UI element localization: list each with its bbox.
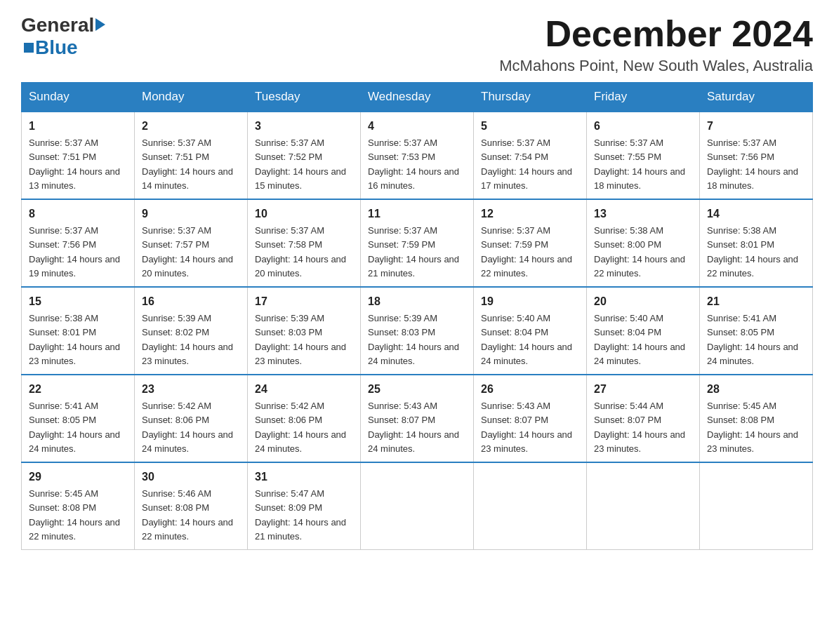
day-number: 17: [255, 293, 353, 310]
calendar-day-cell: 20 Sunrise: 5:40 AMSunset: 8:04 PMDaylig…: [587, 287, 700, 375]
column-header-tuesday: Tuesday: [248, 83, 361, 112]
day-details: Sunrise: 5:37 AMSunset: 7:56 PMDaylight:…: [29, 225, 120, 279]
day-number: 16: [142, 293, 240, 310]
day-details: Sunrise: 5:44 AMSunset: 8:07 PMDaylight:…: [594, 401, 685, 454]
day-number: 6: [594, 118, 692, 135]
day-details: Sunrise: 5:37 AMSunset: 7:51 PMDaylight:…: [29, 137, 120, 191]
day-number: 22: [29, 381, 127, 398]
day-details: Sunrise: 5:45 AMSunset: 8:08 PMDaylight:…: [29, 488, 120, 542]
calendar-day-cell: 17 Sunrise: 5:39 AMSunset: 8:03 PMDaylig…: [248, 287, 361, 375]
day-number: 30: [142, 469, 240, 485]
day-number: 27: [594, 381, 692, 398]
calendar-table: SundayMondayTuesdayWednesdayThursdayFrid…: [21, 82, 813, 550]
calendar-day-cell: 10 Sunrise: 5:37 AMSunset: 7:58 PMDaylig…: [248, 199, 361, 287]
calendar-day-cell: 19 Sunrise: 5:40 AMSunset: 8:04 PMDaylig…: [474, 287, 587, 375]
day-details: Sunrise: 5:37 AMSunset: 7:59 PMDaylight:…: [481, 225, 572, 279]
day-details: Sunrise: 5:37 AMSunset: 7:55 PMDaylight:…: [594, 137, 685, 191]
day-details: Sunrise: 5:37 AMSunset: 7:54 PMDaylight:…: [481, 137, 572, 191]
day-details: Sunrise: 5:41 AMSunset: 8:05 PMDaylight:…: [29, 401, 120, 454]
day-number: 14: [707, 206, 805, 222]
logo-general-text: General: [21, 14, 94, 36]
day-number: 1: [29, 118, 127, 135]
calendar-day-cell: 28 Sunrise: 5:45 AMSunset: 8:08 PMDaylig…: [700, 375, 813, 462]
calendar-day-cell: 1 Sunrise: 5:37 AMSunset: 7:51 PMDayligh…: [22, 112, 135, 199]
calendar-day-cell: 31 Sunrise: 5:47 AMSunset: 8:09 PMDaylig…: [248, 462, 361, 550]
calendar-day-cell: 16 Sunrise: 5:39 AMSunset: 8:02 PMDaylig…: [135, 287, 248, 375]
logo-blue-text: Blue: [35, 36, 78, 59]
day-number: 3: [255, 118, 353, 135]
day-details: Sunrise: 5:46 AMSunset: 8:08 PMDaylight:…: [142, 488, 233, 542]
day-number: 20: [594, 293, 692, 310]
calendar-day-cell: 11 Sunrise: 5:37 AMSunset: 7:59 PMDaylig…: [361, 199, 474, 287]
calendar-week-row: 1 Sunrise: 5:37 AMSunset: 7:51 PMDayligh…: [22, 112, 813, 199]
day-number: 10: [255, 206, 353, 222]
column-header-wednesday: Wednesday: [361, 83, 474, 112]
day-number: 7: [707, 118, 805, 135]
calendar-day-cell: 6 Sunrise: 5:37 AMSunset: 7:55 PMDayligh…: [587, 112, 700, 199]
calendar-week-row: 29 Sunrise: 5:45 AMSunset: 8:08 PMDaylig…: [22, 462, 813, 550]
day-number: 4: [368, 118, 466, 135]
day-number: 21: [707, 293, 805, 310]
day-number: 19: [481, 293, 579, 310]
day-details: Sunrise: 5:40 AMSunset: 8:04 PMDaylight:…: [481, 313, 572, 366]
day-number: 5: [481, 118, 579, 135]
day-number: 13: [594, 206, 692, 222]
calendar-week-row: 8 Sunrise: 5:37 AMSunset: 7:56 PMDayligh…: [22, 199, 813, 287]
day-details: Sunrise: 5:42 AMSunset: 8:06 PMDaylight:…: [255, 401, 346, 454]
logo-blue-square: [24, 43, 34, 53]
day-details: Sunrise: 5:43 AMSunset: 8:07 PMDaylight:…: [368, 401, 459, 454]
calendar-day-cell: 24 Sunrise: 5:42 AMSunset: 8:06 PMDaylig…: [248, 375, 361, 462]
location-title: McMahons Point, New South Wales, Austral…: [499, 57, 813, 75]
day-details: Sunrise: 5:43 AMSunset: 8:07 PMDaylight:…: [481, 401, 572, 454]
day-number: 8: [29, 206, 127, 222]
calendar-day-cell: 8 Sunrise: 5:37 AMSunset: 7:56 PMDayligh…: [22, 199, 135, 287]
calendar-day-cell: 7 Sunrise: 5:37 AMSunset: 7:56 PMDayligh…: [700, 112, 813, 199]
calendar-day-cell: 5 Sunrise: 5:37 AMSunset: 7:54 PMDayligh…: [474, 112, 587, 199]
day-number: 12: [481, 206, 579, 222]
calendar-day-cell: 27 Sunrise: 5:44 AMSunset: 8:07 PMDaylig…: [587, 375, 700, 462]
calendar-day-cell: 26 Sunrise: 5:43 AMSunset: 8:07 PMDaylig…: [474, 375, 587, 462]
calendar-day-cell: 22 Sunrise: 5:41 AMSunset: 8:05 PMDaylig…: [22, 375, 135, 462]
calendar-day-cell: [587, 462, 700, 550]
calendar-day-cell: 13 Sunrise: 5:38 AMSunset: 8:00 PMDaylig…: [587, 199, 700, 287]
day-number: 25: [368, 381, 466, 398]
calendar-day-cell: 25 Sunrise: 5:43 AMSunset: 8:07 PMDaylig…: [361, 375, 474, 462]
calendar-day-cell: 2 Sunrise: 5:37 AMSunset: 7:51 PMDayligh…: [135, 112, 248, 199]
calendar-header-row: SundayMondayTuesdayWednesdayThursdayFrid…: [22, 83, 813, 112]
column-header-thursday: Thursday: [474, 83, 587, 112]
column-header-saturday: Saturday: [700, 83, 813, 112]
day-number: 9: [142, 206, 240, 222]
day-details: Sunrise: 5:37 AMSunset: 7:51 PMDaylight:…: [142, 137, 233, 191]
calendar-day-cell: [700, 462, 813, 550]
calendar-day-cell: 9 Sunrise: 5:37 AMSunset: 7:57 PMDayligh…: [135, 199, 248, 287]
day-number: 23: [142, 381, 240, 398]
day-details: Sunrise: 5:38 AMSunset: 8:01 PMDaylight:…: [29, 313, 120, 366]
day-details: Sunrise: 5:40 AMSunset: 8:04 PMDaylight:…: [594, 313, 685, 366]
calendar-day-cell: 29 Sunrise: 5:45 AMSunset: 8:08 PMDaylig…: [22, 462, 135, 550]
column-header-friday: Friday: [587, 83, 700, 112]
day-number: 15: [29, 293, 127, 310]
day-details: Sunrise: 5:41 AMSunset: 8:05 PMDaylight:…: [707, 313, 798, 366]
day-details: Sunrise: 5:37 AMSunset: 7:52 PMDaylight:…: [255, 137, 346, 191]
calendar-day-cell: 21 Sunrise: 5:41 AMSunset: 8:05 PMDaylig…: [700, 287, 813, 375]
calendar-day-cell: 3 Sunrise: 5:37 AMSunset: 7:52 PMDayligh…: [248, 112, 361, 199]
calendar-day-cell: 12 Sunrise: 5:37 AMSunset: 7:59 PMDaylig…: [474, 199, 587, 287]
day-details: Sunrise: 5:37 AMSunset: 7:59 PMDaylight:…: [368, 225, 459, 279]
day-number: 2: [142, 118, 240, 135]
day-number: 31: [255, 469, 353, 485]
calendar-day-cell: [361, 462, 474, 550]
calendar-day-cell: 23 Sunrise: 5:42 AMSunset: 8:06 PMDaylig…: [135, 375, 248, 462]
day-details: Sunrise: 5:39 AMSunset: 8:03 PMDaylight:…: [368, 313, 459, 366]
day-details: Sunrise: 5:42 AMSunset: 8:06 PMDaylight:…: [142, 401, 233, 454]
day-details: Sunrise: 5:37 AMSunset: 7:58 PMDaylight:…: [255, 225, 346, 279]
calendar-day-cell: 30 Sunrise: 5:46 AMSunset: 8:08 PMDaylig…: [135, 462, 248, 550]
day-number: 29: [29, 469, 127, 485]
calendar-day-cell: 14 Sunrise: 5:38 AMSunset: 8:01 PMDaylig…: [700, 199, 813, 287]
calendar-week-row: 15 Sunrise: 5:38 AMSunset: 8:01 PMDaylig…: [22, 287, 813, 375]
title-area: December 2024 McMahons Point, New South …: [499, 14, 813, 75]
day-details: Sunrise: 5:37 AMSunset: 7:53 PMDaylight:…: [368, 137, 459, 191]
day-details: Sunrise: 5:47 AMSunset: 8:09 PMDaylight:…: [255, 488, 346, 542]
day-details: Sunrise: 5:37 AMSunset: 7:57 PMDaylight:…: [142, 225, 233, 279]
month-title: December 2024: [499, 14, 813, 54]
calendar-week-row: 22 Sunrise: 5:41 AMSunset: 8:05 PMDaylig…: [22, 375, 813, 462]
